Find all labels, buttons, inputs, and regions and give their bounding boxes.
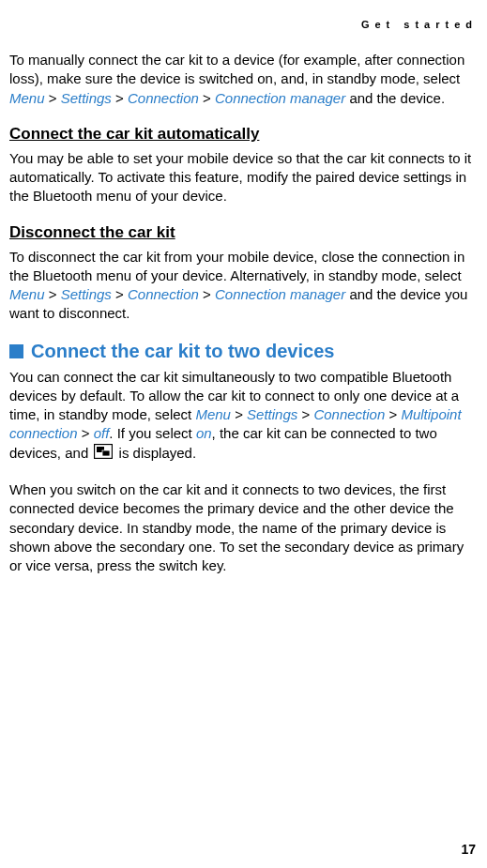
- paragraph-disconnect: To disconnect the car kit from your mobi…: [9, 248, 478, 324]
- text: . If you select: [109, 425, 196, 441]
- separator: >: [112, 90, 128, 106]
- separator: >: [112, 286, 128, 302]
- menu-link: Menu: [195, 406, 231, 422]
- connection-manager-link: Connection manager: [215, 286, 345, 302]
- section-heading-two-devices: Connect the car kit to two devices: [31, 341, 334, 362]
- paragraph-two-devices: You can connect the car kit simultaneous…: [9, 368, 478, 464]
- settings-link: Settings: [61, 286, 112, 302]
- separator: >: [45, 286, 61, 302]
- on-value: on: [196, 425, 212, 441]
- paragraph-manual-connect: To manually connect the car kit to a dev…: [9, 51, 478, 108]
- separator: >: [231, 406, 247, 422]
- subheading-connect-auto: Connect the car kit automatically: [9, 125, 478, 144]
- section-heading-row: Connect the car kit to two devices: [9, 341, 478, 362]
- off-value: off: [94, 425, 110, 441]
- connection-link: Connection: [128, 286, 199, 302]
- svg-rect-2: [102, 450, 110, 456]
- text: To disconnect the car kit from your mobi…: [9, 249, 464, 283]
- subheading-disconnect: Disconnect the car kit: [9, 223, 478, 242]
- connection-link: Connection: [128, 90, 199, 106]
- settings-link: Settings: [61, 90, 112, 106]
- separator: >: [297, 406, 313, 422]
- separator: >: [78, 425, 94, 441]
- square-bullet-icon: [9, 344, 23, 358]
- page-number: 17: [461, 842, 476, 857]
- separator: >: [45, 90, 61, 106]
- separator: >: [199, 90, 215, 106]
- text: is displayed.: [114, 445, 196, 461]
- page-header: Get started: [9, 19, 478, 30]
- paragraph-connect-auto: You may be able to set your mobile devic…: [9, 149, 478, 206]
- separator: >: [385, 406, 401, 422]
- two-devices-icon: [94, 444, 113, 464]
- paragraph-primary-secondary: When you switch on the car kit and it co…: [9, 480, 478, 575]
- separator: >: [199, 286, 215, 302]
- connection-link: Connection: [313, 406, 385, 422]
- text: To manually connect the car kit to a dev…: [9, 52, 464, 86]
- connection-manager-link: Connection manager: [215, 90, 345, 106]
- menu-link: Menu: [9, 90, 45, 106]
- menu-link: Menu: [9, 286, 45, 302]
- settings-link: Settings: [247, 406, 297, 422]
- text: and the device.: [345, 90, 445, 106]
